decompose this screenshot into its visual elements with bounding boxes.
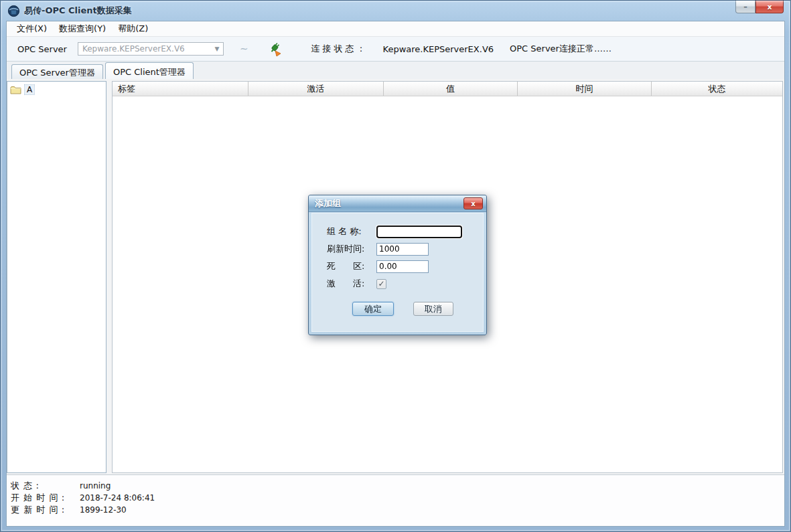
menu-data-query[interactable]: 数据查询(Y) — [53, 21, 112, 36]
deadband-input[interactable] — [376, 260, 429, 273]
opc-server-combobox-value: Kepware.KEPServerEX.V6 — [82, 44, 211, 54]
menu-file[interactable]: 文件(X) — [11, 21, 53, 36]
connection-message: OPC Server连接正常…… — [510, 43, 612, 55]
app-icon — [7, 5, 20, 17]
caption-buttons: – x — [735, 1, 784, 13]
column-header-value[interactable]: 值 — [384, 82, 518, 96]
group-name-input[interactable] — [376, 226, 462, 238]
dialog-close-button[interactable]: x — [463, 197, 483, 209]
group-tree-panel: A — [7, 81, 106, 473]
connection-status-label: 连接状态： — [311, 43, 368, 55]
close-icon: x — [471, 200, 475, 207]
group-name-label: 组 名 称: — [327, 226, 376, 238]
table-header-row: 标签 激活 值 时间 状态 — [113, 82, 782, 96]
field-row-activate: 激 活: ✓ — [327, 277, 483, 290]
close-icon: x — [767, 3, 772, 11]
dialog-title: 添加组 — [315, 197, 463, 209]
field-row-group-name: 组 名 称: — [327, 225, 483, 238]
status-update-time-value: 1899-12-30 — [80, 504, 127, 516]
ok-button[interactable]: 确定 — [352, 302, 394, 316]
connect-plug-icon[interactable] — [267, 41, 282, 57]
menu-help[interactable]: 帮助(Z) — [112, 21, 154, 36]
opc-server-combobox[interactable]: Kepware.KEPServerEX.V6 ▼ — [78, 42, 224, 56]
field-row-refresh-time: 刷新时间: — [327, 242, 483, 256]
status-row-start-time: 开 始 时 间： 2018-7-24 8:06:41 — [11, 492, 784, 504]
tab-label: OPC Client管理器 — [113, 67, 186, 77]
dialog-button-row: 确定 取消 — [352, 302, 483, 316]
opc-server-label: OPC Server — [17, 44, 67, 54]
connection-server-value: Kepware.KEPServerEX.V6 — [383, 44, 494, 54]
deadband-label: 死 区: — [327, 260, 376, 272]
column-header-status[interactable]: 状态 — [652, 82, 782, 96]
title-bar[interactable]: 易传-OPC Client数据采集 – x — [1, 1, 790, 21]
tab-strip: OPC Server管理器 OPC Client管理器 — [7, 62, 784, 79]
window-title: 易传-OPC Client数据采集 — [24, 5, 132, 17]
status-state-label: 状 态： — [11, 480, 80, 492]
dialog-body: 组 名 称: 刷新时间: 死 区: 激 活: ✓ 确定 — [311, 213, 484, 332]
column-header-tag[interactable]: 标签 — [113, 82, 248, 96]
minimize-button[interactable]: – — [735, 1, 756, 13]
cancel-button[interactable]: 取消 — [413, 302, 453, 316]
toolbar: OPC Server Kepware.KEPServerEX.V6 ▼ ~ 连接… — [7, 37, 784, 62]
tab-label: OPC Server管理器 — [19, 68, 95, 78]
refresh-time-label: 刷新时间: — [327, 243, 376, 255]
ok-button-label: 确定 — [364, 303, 382, 315]
tree-item-label: A — [24, 84, 35, 95]
status-row-state: 状 态： running — [11, 480, 784, 492]
refresh-time-input[interactable] — [376, 243, 429, 256]
status-bar: 状 态： running 开 始 时 间： 2018-7-24 8:06:41 … — [7, 474, 784, 526]
cancel-button-label: 取消 — [425, 303, 442, 315]
close-button[interactable]: x — [756, 1, 784, 13]
chevron-down-icon[interactable]: ▼ — [211, 43, 223, 55]
tilde-mark: ~ — [240, 43, 248, 55]
tree-item-group-a[interactable]: A — [10, 84, 103, 95]
status-state-value: running — [80, 480, 111, 492]
column-header-active[interactable]: 激活 — [248, 82, 384, 96]
tab-opc-client-manager[interactable]: OPC Client管理器 — [105, 62, 194, 79]
check-icon: ✓ — [378, 279, 384, 288]
folder-icon — [10, 86, 21, 94]
app-window: 易传-OPC Client数据采集 – x 文件(X) 数据查询(Y) 帮助(Z… — [0, 0, 791, 532]
status-start-time-value: 2018-7-24 8:06:41 — [80, 492, 155, 504]
minimize-icon: – — [743, 3, 747, 11]
menu-bar: 文件(X) 数据查询(Y) 帮助(Z) — [7, 21, 784, 37]
activate-label: 激 活: — [327, 278, 376, 290]
column-header-time[interactable]: 时间 — [518, 82, 652, 96]
activate-checkbox[interactable]: ✓ — [376, 279, 386, 289]
dialog-title-bar[interactable]: 添加组 x — [309, 195, 486, 212]
status-row-update-time: 更 新 时 间： 1899-12-30 — [11, 504, 784, 516]
tab-opc-server-manager[interactable]: OPC Server管理器 — [11, 64, 103, 79]
status-start-time-label: 开 始 时 间： — [11, 492, 80, 504]
field-row-deadband: 死 区: — [327, 260, 483, 273]
status-update-time-label: 更 新 时 间： — [11, 504, 80, 516]
add-group-dialog: 添加组 x 组 名 称: 刷新时间: 死 区: 激 活: ✓ — [308, 195, 487, 335]
